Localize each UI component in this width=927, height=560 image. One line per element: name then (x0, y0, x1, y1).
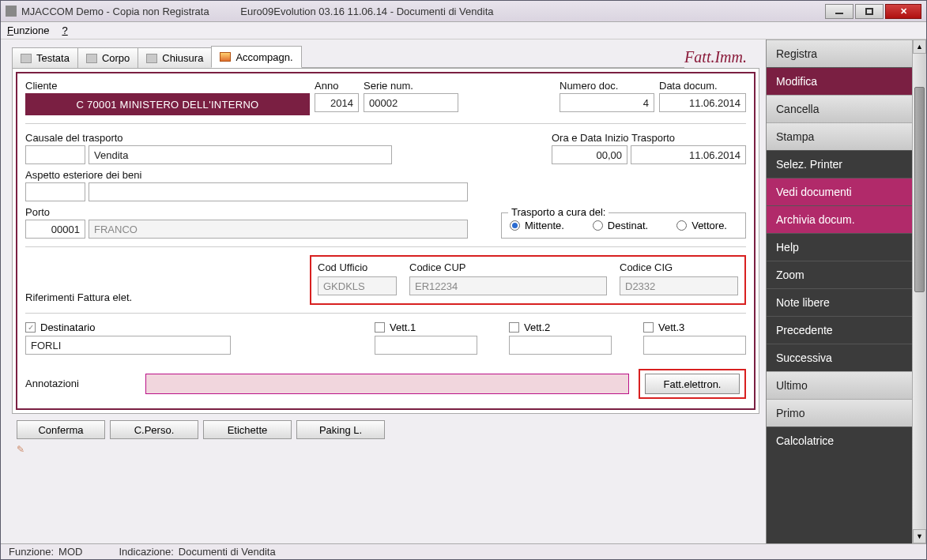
radio-vettore-label: Vettore. (691, 220, 727, 231)
codcig-label: Codice CIG (620, 261, 738, 275)
folder-icon (220, 52, 231, 62)
status-funzione-val: MOD (58, 546, 82, 558)
etichette-button[interactable]: Etichette (203, 420, 292, 439)
codcig-field[interactable]: D2332 (620, 276, 738, 295)
tab-testata-label: Testata (36, 52, 70, 64)
cliente-field[interactable]: C 70001 MINISTERO DELL'INTERNO (25, 93, 310, 115)
ora-field[interactable]: 00,00 (552, 145, 627, 164)
tab-corpo[interactable]: Corpo (77, 47, 138, 68)
porto-label: Porto (25, 206, 468, 220)
porto-code-field[interactable]: 00001 (25, 220, 85, 239)
annotazioni-field[interactable] (145, 374, 629, 394)
status-indicazione-key: Indicazione: (119, 546, 173, 558)
datatrasp-field[interactable]: 11.06.2014 (631, 145, 746, 164)
title-app: MJACCOM Demo - Copia non Registrata (21, 6, 209, 17)
datadoc-field[interactable]: 11.06.2014 (659, 93, 746, 112)
trasporto-groupbox: Trasporto a cura del: Mittente. Destinat… (501, 212, 746, 239)
menubar: Funzione ? (1, 22, 926, 39)
tab-accompagn[interactable]: Accompagn. (211, 46, 301, 68)
window-close-button[interactable] (885, 4, 921, 19)
causale-label: Causale del trasporto (25, 132, 392, 145)
menu-funzione[interactable]: Funzione (7, 24, 50, 36)
aspetto-label: Aspetto esteriore dei beni (25, 169, 468, 182)
datadoc-label: Data docum. (659, 80, 746, 93)
destinatario-checkbox[interactable]: Destinatario (25, 321, 231, 333)
anno-label: Anno (315, 80, 359, 93)
sidebar-item-cancella[interactable]: Cancella (767, 95, 912, 122)
aspetto-desc-field[interactable] (89, 182, 468, 201)
causale-desc-field[interactable]: Vendita (89, 145, 392, 164)
titlebar: MJACCOM Demo - Copia non Registrata Euro… (1, 1, 926, 22)
tab-chiusura-label: Chiusura (162, 52, 203, 64)
vett1-field[interactable] (375, 336, 477, 355)
window-maximize-button[interactable] (855, 4, 884, 19)
form-panel: Cliente C 70001 MINISTERO DELL'INTERNO A… (12, 68, 759, 414)
fatt-imm-label: Fatt.Imm. (684, 48, 759, 68)
sidebar-item-vedi-documenti[interactable]: Vedi documenti (767, 178, 912, 205)
serie-field[interactable]: 00002 (364, 93, 458, 112)
codufficio-field[interactable]: GKDKLS (318, 276, 397, 295)
rif-label: Riferimenti Fattura elet. (25, 291, 294, 305)
vett2-checkbox[interactable]: Vett.2 (509, 321, 612, 333)
vett3-field[interactable] (643, 336, 746, 355)
sidebar-item-primo[interactable]: Primo (767, 399, 912, 427)
porto-desc-field[interactable]: FRANCO (89, 220, 468, 239)
vett2-label: Vett.2 (524, 321, 550, 333)
sidebar-item-note-libere[interactable]: Note libere (767, 288, 912, 316)
paking-button[interactable]: Paking L. (296, 420, 385, 439)
tab-chiusura[interactable]: Chiusura (138, 47, 212, 68)
codcup-label: Codice CUP (409, 261, 607, 275)
window-minimize-button[interactable] (825, 4, 854, 19)
sidebar-item-registra[interactable]: Registra (767, 39, 912, 67)
app-icon (6, 6, 17, 17)
sidebar-item-calcolatrice[interactable]: Calcolatrice (767, 427, 912, 454)
trasporto-legend: Trasporto a cura del: (508, 206, 609, 218)
vett2-field[interactable] (509, 336, 612, 355)
vett1-label: Vett.1 (390, 321, 416, 333)
sidebar-item-successiva[interactable]: Successiva (767, 344, 912, 371)
sidebar-item-selez-printer[interactable]: Selez. Printer (767, 150, 912, 178)
vett1-checkbox[interactable]: Vett.1 (375, 321, 477, 333)
destinatario-chk-label: Destinatario (40, 321, 95, 333)
sidebar-item-zoom[interactable]: Zoom (767, 261, 912, 288)
aspetto-code-field[interactable] (25, 182, 85, 201)
sidebar-item-modifica[interactable]: Modifica (767, 67, 912, 95)
folder-icon (146, 54, 157, 63)
efattura-redbox: Cod Ufficio GKDKLS Codice CUP ER12234 Co… (310, 255, 746, 305)
window-title: MJACCOM Demo - Copia non Registrata Euro… (21, 6, 825, 17)
tab-corpo-label: Corpo (102, 52, 130, 64)
fattelettron-button[interactable]: Fatt.elettron. (645, 374, 740, 394)
sidebar-item-ultimo[interactable]: Ultimo (767, 371, 912, 399)
status-funzione-key: Funzione: (9, 546, 54, 558)
annotazioni-label: Annotazioni (25, 378, 136, 391)
radio-destinat-label: Destinat. (608, 220, 648, 231)
anno-field[interactable]: 2014 (315, 93, 359, 112)
numdoc-field[interactable]: 4 (560, 93, 654, 112)
menu-help[interactable]: ? (62, 24, 68, 36)
sidebar-item-archivia-docum-[interactable]: Archivia docum. (767, 205, 912, 233)
radio-vettore[interactable]: Vettore. (676, 220, 727, 231)
destinatario-field[interactable]: FORLI (25, 336, 231, 355)
sidebar-scrollbar[interactable]: ▲ ▼ (912, 39, 926, 543)
sidebar-item-stampa[interactable]: Stampa (767, 122, 912, 150)
pencil-icon: ✎ (12, 444, 759, 455)
conferma-button[interactable]: Conferma (17, 420, 105, 439)
serie-label: Serie num. (364, 80, 458, 93)
codcup-field[interactable]: ER12234 (409, 276, 607, 295)
folder-icon (86, 54, 97, 63)
causale-code-field[interactable] (25, 145, 85, 164)
vett3-checkbox[interactable]: Vett.3 (643, 321, 746, 333)
scroll-down-arrow[interactable]: ▼ (913, 529, 926, 543)
sidebar-item-help[interactable]: Help (767, 233, 912, 261)
scroll-up-arrow[interactable]: ▲ (913, 39, 926, 54)
fattelettron-redbox: Fatt.elettron. (639, 369, 746, 399)
radio-mittente[interactable]: Mittente. (510, 220, 564, 231)
tab-testata[interactable]: Testata (12, 47, 78, 68)
vett3-label: Vett.3 (658, 321, 684, 333)
cperso-button[interactable]: C.Perso. (110, 420, 198, 439)
sidebar-item-precedente[interactable]: Precedente (767, 316, 912, 344)
oradata-label: Ora e Data Inizio Trasporto (552, 132, 746, 145)
scroll-thumb[interactable] (914, 87, 925, 292)
radio-destinat[interactable]: Destinat. (593, 220, 648, 231)
title-module: Euro09Evolution 03.16 11.06.14 - Documen… (240, 6, 493, 17)
